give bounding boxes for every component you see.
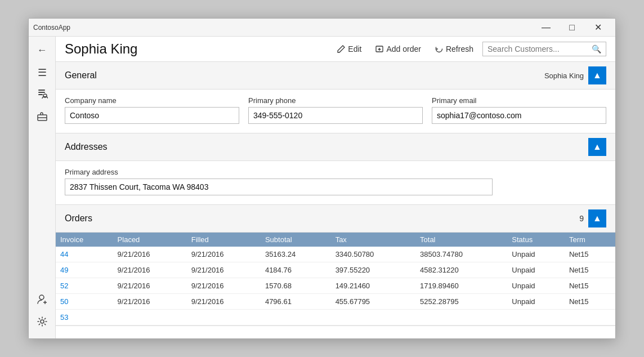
order-subtotal: 1570.68 bbox=[261, 278, 331, 294]
invoice-link[interactable]: 50 bbox=[60, 297, 68, 306]
invoice-link[interactable]: 44 bbox=[60, 250, 68, 258]
order-status: Unpaid bbox=[507, 294, 565, 310]
sidebar: ← ☰ bbox=[29, 37, 56, 338]
company-name-input[interactable] bbox=[65, 107, 239, 124]
orders-section-title: Orders bbox=[65, 213, 579, 224]
general-section-body: Company name Primary phone Primary email bbox=[56, 90, 615, 133]
contacts-button[interactable] bbox=[29, 84, 56, 106]
col-placed: Placed bbox=[113, 233, 187, 247]
refresh-button[interactable]: Refresh bbox=[430, 42, 478, 56]
table-row: 52 9/21/2016 9/21/2016 1570.68 149.21460… bbox=[56, 278, 615, 294]
menu-button[interactable]: ☰ bbox=[29, 61, 56, 84]
orders-section: Orders 9 ▲ Invoice Placed F bbox=[56, 205, 615, 326]
order-subtotal: 4796.61 bbox=[261, 294, 331, 310]
search-box: 🔍 bbox=[482, 42, 606, 56]
order-tax: 397.55220 bbox=[331, 262, 415, 278]
orders-table: Invoice Placed Filled Subtotal Tax Total… bbox=[56, 233, 615, 325]
back-icon: ← bbox=[37, 44, 47, 56]
primary-email-input[interactable] bbox=[432, 107, 606, 124]
invoice-link[interactable]: 52 bbox=[60, 282, 68, 290]
general-collapse-button[interactable]: ▲ bbox=[588, 66, 606, 84]
svg-point-9 bbox=[41, 320, 44, 323]
order-status: Unpaid bbox=[507, 247, 565, 262]
order-filled: 9/21/2016 bbox=[187, 278, 261, 294]
settings-icon bbox=[37, 316, 48, 330]
add-user-button[interactable] bbox=[29, 289, 56, 311]
svg-point-6 bbox=[39, 295, 44, 300]
orders-collapse-button[interactable]: ▲ bbox=[588, 209, 606, 227]
orders-table-container: Invoice Placed Filled Subtotal Tax Total… bbox=[56, 233, 615, 325]
page-title: Sophia King bbox=[65, 41, 328, 57]
primary-address-input[interactable] bbox=[65, 179, 493, 195]
order-invoice: 50 bbox=[56, 294, 113, 310]
edit-icon bbox=[337, 44, 346, 53]
maximize-button[interactable]: □ bbox=[559, 19, 585, 37]
close-button[interactable]: ✕ bbox=[585, 19, 611, 37]
order-total: 38503.74780 bbox=[415, 247, 507, 262]
primary-phone-group: Primary phone bbox=[248, 96, 423, 124]
search-input[interactable] bbox=[488, 44, 592, 53]
svg-rect-1 bbox=[38, 92, 45, 93]
table-row: 49 9/21/2016 9/21/2016 4184.76 397.55220… bbox=[56, 262, 615, 278]
invoice-link[interactable]: 49 bbox=[60, 266, 68, 274]
order-invoice: 44 bbox=[56, 247, 113, 262]
company-name-label: Company name bbox=[65, 96, 239, 105]
general-collapse-icon: ▲ bbox=[593, 70, 602, 81]
primary-email-group: Primary email bbox=[432, 96, 606, 124]
order-placed: 9/21/2016 bbox=[113, 294, 187, 310]
primary-address-group: Primary address bbox=[65, 168, 606, 195]
edit-button[interactable]: Edit bbox=[332, 42, 366, 56]
orders-count: 9 bbox=[579, 214, 584, 223]
general-fields-row: Company name Primary phone Primary email bbox=[65, 96, 606, 124]
contacts-icon bbox=[37, 88, 48, 102]
order-status: Unpaid bbox=[507, 262, 565, 278]
main-content: Sophia King Edit Add order bbox=[56, 37, 615, 338]
title-bar: ContosoApp — □ ✕ bbox=[29, 19, 615, 37]
toolbar: Sophia King Edit Add order bbox=[56, 37, 615, 62]
orders-table-header-row: Invoice Placed Filled Subtotal Tax Total… bbox=[56, 233, 615, 247]
add-order-button[interactable]: Add order bbox=[370, 42, 425, 56]
briefcase-button[interactable] bbox=[29, 106, 56, 129]
order-subtotal: 35163.24 bbox=[261, 247, 331, 262]
refresh-icon bbox=[435, 44, 444, 53]
order-tax: 455.67795 bbox=[331, 294, 415, 310]
order-total: 5252.28795 bbox=[415, 294, 507, 310]
order-filled: 9/21/2016 bbox=[187, 294, 261, 310]
order-term: Net15 bbox=[565, 262, 615, 278]
app-window: ContosoApp — □ ✕ ← ☰ bbox=[28, 18, 616, 339]
order-filled: 9/21/2016 bbox=[187, 262, 261, 278]
general-section: General Sophia King ▲ Company name bbox=[56, 62, 615, 133]
addresses-section-title: Addresses bbox=[65, 142, 588, 152]
order-status bbox=[507, 310, 565, 325]
order-term: Net15 bbox=[565, 278, 615, 294]
addresses-collapse-icon: ▲ bbox=[593, 142, 602, 152]
addresses-section-body: Primary address bbox=[56, 161, 615, 204]
company-name-group: Company name bbox=[65, 96, 239, 124]
back-button[interactable]: ← bbox=[29, 39, 56, 61]
orders-section-header: Orders 9 ▲ bbox=[56, 205, 615, 233]
order-placed: 9/21/2016 bbox=[113, 278, 187, 294]
order-invoice: 53 bbox=[56, 310, 113, 325]
order-placed: 9/21/2016 bbox=[113, 247, 187, 262]
minimize-button[interactable]: — bbox=[533, 19, 559, 37]
addresses-section-header: Addresses ▲ bbox=[56, 133, 615, 161]
order-total: 1719.89460 bbox=[415, 278, 507, 294]
primary-phone-input[interactable] bbox=[248, 107, 423, 124]
settings-button[interactable] bbox=[29, 311, 56, 334]
add-order-icon bbox=[375, 44, 384, 53]
col-filled: Filled bbox=[187, 233, 261, 247]
col-term: Term bbox=[565, 233, 615, 247]
customer-name-label: Sophia King bbox=[544, 72, 584, 80]
order-filled bbox=[187, 310, 261, 325]
invoice-link[interactable]: 53 bbox=[60, 313, 68, 322]
order-filled: 9/21/2016 bbox=[187, 247, 261, 262]
general-section-title: General bbox=[65, 70, 544, 81]
col-invoice: Invoice bbox=[56, 233, 113, 247]
svg-rect-0 bbox=[38, 90, 45, 91]
addresses-collapse-button[interactable]: ▲ bbox=[588, 138, 606, 156]
order-status: Unpaid bbox=[507, 278, 565, 294]
addresses-section: Addresses ▲ Primary address bbox=[56, 133, 615, 205]
table-row: 44 9/21/2016 9/21/2016 35163.24 3340.507… bbox=[56, 247, 615, 262]
order-tax: 3340.50780 bbox=[331, 247, 415, 262]
order-subtotal bbox=[261, 310, 331, 325]
